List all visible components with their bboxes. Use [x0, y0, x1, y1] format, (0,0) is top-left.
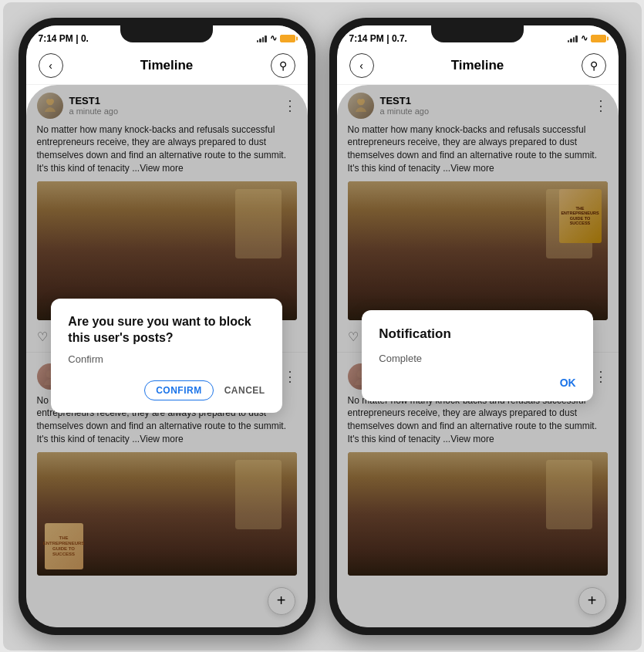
screenshot-container: 7:14 PM | 0. ∿ ‹ Timeline: [3, 2, 642, 650]
status-time-2: 7:14 PM | 0.7.: [349, 33, 407, 44]
status-icons-1: ∿: [257, 33, 295, 43]
modal-overlay-1: Are you sure you want to block this user…: [26, 85, 308, 627]
battery-icon-2: [591, 35, 606, 42]
dialog-actions-1: CONFIRM CANCEL: [68, 380, 265, 400]
ok-button[interactable]: OK: [560, 377, 576, 389]
modal-overlay-2: Notification Complete OK: [337, 85, 619, 627]
top-nav-2: ‹ Timeline ⚲: [337, 47, 619, 85]
notification-actions: OK: [379, 377, 575, 389]
battery-icon: [280, 35, 295, 42]
notification-body: Complete: [379, 353, 575, 364]
notch-2: [431, 25, 524, 42]
search-icon-2: ⚲: [590, 59, 598, 72]
back-button-2[interactable]: ‹: [349, 53, 374, 78]
dialog-title-1: Are you sure you want to block this user…: [68, 314, 265, 346]
confirm-dialog: Are you sure you want to block this user…: [51, 299, 282, 414]
dialog-subtitle-1: Confirm: [68, 353, 265, 365]
scroll-content-2: TEST1 a minute ago ⋮ No matter how many …: [337, 85, 619, 627]
search-button-1[interactable]: ⚲: [271, 53, 295, 78]
signal-icon-2: [568, 35, 578, 42]
back-icon-1: ‹: [49, 59, 52, 72]
notification-title: Notification: [379, 326, 575, 343]
scroll-content-1: TEST1 a minute ago ⋮ No matter how many …: [26, 85, 308, 627]
notification-dialog: Notification Complete OK: [362, 310, 592, 400]
back-icon-2: ‹: [359, 59, 363, 72]
wifi-icon: ∿: [270, 33, 277, 43]
search-icon-1: ⚲: [279, 59, 287, 72]
status-icons-2: ∿: [568, 33, 606, 43]
cancel-button[interactable]: CANCEL: [224, 385, 265, 396]
nav-title-1: Timeline: [140, 58, 194, 73]
phone-2: 7:14 PM | 0.7. ∿ ‹ Timeline: [329, 18, 626, 635]
notch: [120, 25, 213, 42]
wifi-icon-2: ∿: [581, 33, 588, 43]
back-button-1[interactable]: ‹: [39, 53, 63, 78]
phone-1: 7:14 PM | 0. ∿ ‹ Timeline: [19, 18, 315, 635]
top-nav-1: ‹ Timeline ⚲: [26, 47, 308, 85]
status-time-1: 7:14 PM | 0.: [39, 33, 89, 44]
confirm-button[interactable]: CONFIRM: [144, 380, 214, 400]
search-button-2[interactable]: ⚲: [582, 53, 606, 78]
nav-title-2: Timeline: [451, 58, 504, 73]
signal-icon: [257, 35, 267, 42]
